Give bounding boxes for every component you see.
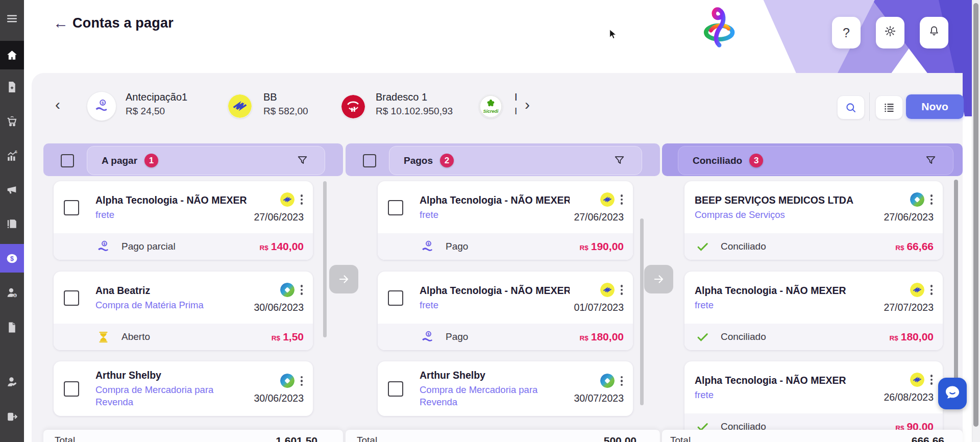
card-checkbox[interactable] (64, 381, 79, 397)
status-hand-coin-icon: $ (421, 240, 434, 254)
column-header-3[interactable]: Conciliado3 (678, 146, 953, 175)
column-total-bar: Total500,00 (346, 430, 660, 442)
kebab-menu-icon[interactable] (929, 193, 934, 206)
card-meta: 27/06/2023 (254, 192, 304, 223)
svg-text:$: $ (104, 241, 106, 245)
sidebar-item-finance[interactable]: $ (0, 244, 24, 273)
app-logo-icon (695, 2, 746, 51)
bank-logo-generic-icon (600, 374, 615, 388)
sidebar-item-logout[interactable] (0, 404, 24, 429)
column-header-2[interactable]: Pagos2 (389, 146, 642, 175)
sidebar-item-sales[interactable]: S (0, 143, 24, 168)
kebab-menu-icon[interactable] (300, 375, 304, 387)
kebab-menu-icon[interactable] (300, 284, 304, 296)
card-checkbox[interactable] (64, 200, 79, 215)
column-scrollbar-thumb[interactable] (323, 181, 327, 337)
card-icons (910, 192, 934, 207)
column-title: Pagos (404, 155, 433, 166)
carousel-next-button[interactable]: › (525, 97, 530, 112)
sidebar-item-purchases[interactable] (0, 109, 24, 133)
card-checkbox[interactable] (388, 381, 403, 397)
card-status-footer: $PagoR$190,00 (378, 233, 633, 260)
card-meta: 30/06/2023 (254, 374, 304, 404)
card-title: Arthur Shelby (420, 370, 570, 381)
notifications-button[interactable] (920, 17, 948, 48)
card-title: Alpha Tecnologia - NÃO MEXER (695, 285, 879, 297)
sidebar-item-payroll[interactable]: $ (0, 280, 24, 305)
card-amount: R$180,00 (890, 331, 934, 343)
move-to-next-column-button-2[interactable] (644, 265, 673, 293)
filter-icon[interactable] (924, 154, 937, 167)
filter-icon[interactable] (613, 154, 626, 167)
sidebar-item-contracts[interactable] (0, 211, 24, 236)
card-icons (910, 373, 934, 387)
sidebar-item-account[interactable] (0, 370, 24, 394)
filter-icon[interactable] (296, 154, 309, 167)
total-value: 666,66 (912, 435, 944, 442)
sidebar-item-documents[interactable] (0, 315, 24, 339)
card-category: frete (420, 299, 547, 311)
amount-value: 66,66 (906, 240, 934, 253)
card-checkbox[interactable] (388, 200, 403, 215)
card[interactable]: Arthur ShelbyCompra de Mercadoria para R… (378, 361, 633, 416)
card[interactable]: BEEP SERVIÇOS MEDICOS LTDACompras de Ser… (684, 181, 943, 260)
back-button[interactable]: ← (53, 14, 68, 32)
currency-label: R$ (580, 334, 589, 342)
card[interactable]: Alpha Tecnologia - NÃO MEXERfrete26/08/2… (684, 361, 943, 440)
sidebar-item-new-invoice[interactable] (0, 75, 24, 99)
status-hand-coin-icon: $ (96, 240, 110, 254)
card[interactable]: Ana BeatrizCompra de Matéria Prima30/06/… (54, 272, 313, 350)
sidebar-item-home[interactable] (0, 41, 24, 69)
column-count-badge: 2 (440, 154, 454, 167)
status-text: Conciliado (721, 241, 895, 252)
novo-button[interactable]: Novo (906, 94, 964, 119)
card-category: Compra de Matéria Prima (95, 299, 223, 311)
list-view-button[interactable] (875, 95, 903, 119)
kebab-menu-icon[interactable] (620, 284, 624, 296)
bank-logo-bb-icon (600, 283, 615, 297)
card-checkbox[interactable] (64, 290, 79, 306)
settings-button[interactable] (876, 17, 904, 48)
search-button[interactable] (837, 95, 865, 119)
column-scrollbar-thumb[interactable] (640, 218, 644, 405)
card-status-footer: $PagoR$180,00 (378, 324, 633, 350)
total-value: 500,00 (604, 435, 636, 442)
card-amount: R$180,00 (580, 331, 624, 343)
move-to-next-column-button-1[interactable] (329, 265, 358, 293)
kebab-menu-icon[interactable] (620, 193, 624, 206)
select-all-checkbox[interactable] (363, 154, 376, 167)
hand-coin-icon: $ (96, 240, 110, 254)
card-text: BEEP SERVIÇOS MEDICOS LTDACompras de Ser… (695, 194, 879, 221)
chat-launcher-button[interactable] (938, 378, 967, 409)
select-all-checkbox[interactable] (61, 154, 74, 167)
card[interactable]: Alpha Tecnologia - NÃO MEXERfrete27/07/2… (684, 272, 943, 350)
account-name: Bradesco 1 (376, 91, 427, 103)
page-scrollbar-thumb[interactable] (973, 3, 978, 427)
sidebar-item-menu[interactable] (0, 6, 24, 31)
carousel-prev-button[interactable]: ‹ (55, 97, 60, 112)
megaphone-icon (6, 183, 18, 196)
kebab-menu-icon[interactable] (620, 375, 624, 387)
kebab-menu-icon[interactable] (929, 374, 934, 386)
kebab-menu-icon[interactable] (300, 193, 304, 206)
card[interactable]: Alpha Tecnologia - NÃO MEXERfrete01/07/2… (378, 272, 633, 350)
total-label: Total (357, 435, 377, 442)
arrow-right-icon (337, 273, 351, 286)
card-main: Alpha Tecnologia - NÃO MEXERfrete27/07/2… (684, 272, 943, 324)
card-checkbox[interactable] (388, 290, 403, 306)
card-title: BEEP SERVIÇOS MEDICOS LTDA (695, 194, 879, 206)
card[interactable]: Arthur ShelbyCompra de Mercadoria para R… (54, 361, 313, 416)
account-balance: R$ 24,50 (126, 106, 165, 117)
column-scrollbar-thumb[interactable] (954, 180, 958, 402)
kebab-menu-icon[interactable] (929, 284, 934, 296)
card[interactable]: Alpha Tecnologia - NÃO MEXERfrete27/06/2… (54, 181, 313, 260)
card-category: frete (695, 299, 863, 311)
help-button[interactable]: ? (832, 17, 861, 48)
column-header-1[interactable]: A pagar1 (87, 146, 325, 175)
card-main: Ana BeatrizCompra de Matéria Prima30/06/… (54, 272, 313, 324)
person-dollar-icon: $ (6, 286, 18, 299)
card[interactable]: Alpha Tecnologia - NÃO MEXERfrete27/06/2… (378, 181, 633, 260)
sidebar-item-marketing[interactable] (0, 177, 24, 202)
card-category: frete (95, 209, 223, 221)
card-date: 01/07/2023 (574, 302, 624, 313)
